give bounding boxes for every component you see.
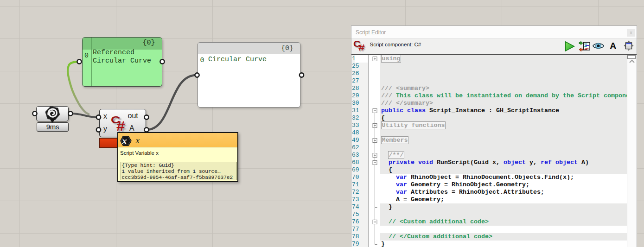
svg-text:x: x [121,136,127,146]
